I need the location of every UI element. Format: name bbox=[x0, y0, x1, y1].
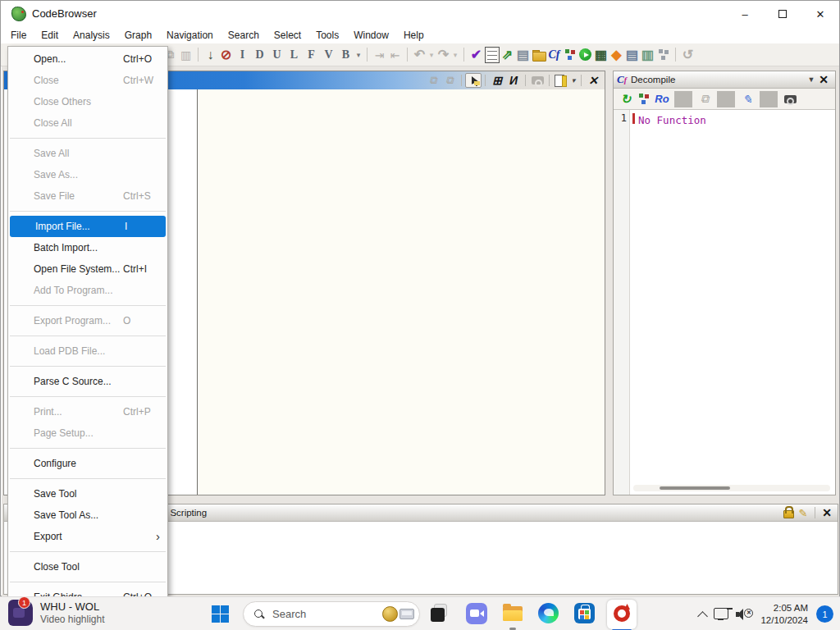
menu-item-save-tool[interactable]: Save Tool bbox=[8, 483, 167, 504]
widgets-button[interactable]: 1 WHU - WOL Video highlight bbox=[8, 600, 105, 626]
data-type-dropdown-icon[interactable]: ▾ bbox=[354, 46, 363, 64]
data-type-d-icon[interactable]: D bbox=[251, 46, 268, 64]
menu-item-parse-c-source[interactable]: Parse C Source... bbox=[8, 371, 167, 392]
close-console-icon[interactable]: ✕ bbox=[819, 505, 835, 520]
refresh-disabled-icon[interactable]: ↺ bbox=[680, 46, 696, 64]
memory-map-icon[interactable]: ▤ bbox=[515, 46, 531, 64]
menubar-tools[interactable]: Tools bbox=[308, 28, 346, 43]
redo-icon[interactable]: ↷ bbox=[436, 46, 451, 64]
clock[interactable]: 2:05 AM 12/10/2024 bbox=[760, 602, 808, 627]
refresh-icon[interactable]: ↻ bbox=[617, 91, 635, 107]
chat-button[interactable] bbox=[466, 603, 488, 625]
menu-item-save-as[interactable]: Save As... bbox=[8, 164, 167, 185]
menubar-analysis[interactable]: Analysis bbox=[66, 28, 117, 43]
clear-console-icon[interactable]: ✎ bbox=[795, 505, 811, 520]
menu-item-import-file[interactable]: Import File... I bbox=[10, 216, 166, 237]
edit-fields-icon[interactable]: ⊞ bbox=[489, 73, 505, 88]
validate-icon[interactable]: ✔ bbox=[468, 46, 484, 64]
data-type-l-icon[interactable]: L bbox=[285, 46, 303, 64]
notification-badge[interactable]: 1 bbox=[816, 605, 833, 623]
menu-item-batch-import[interactable]: Batch Import... bbox=[8, 237, 167, 258]
menu-item-export-program[interactable]: Export Program... O bbox=[8, 310, 167, 331]
disassemble-icon[interactable]: ↓ bbox=[203, 46, 218, 64]
decompile-menu-dropdown-icon[interactable]: ▼ bbox=[807, 72, 815, 87]
network-display-icon[interactable] bbox=[711, 605, 733, 623]
close-button[interactable]: ✕ bbox=[801, 1, 839, 27]
menubar-search[interactable]: Search bbox=[221, 28, 267, 43]
tray-chevron-icon[interactable] bbox=[695, 606, 711, 623]
cursor-location-icon[interactable] bbox=[465, 73, 482, 88]
jump-in-icon[interactable]: ⇥ bbox=[372, 46, 387, 64]
close-decompile-icon[interactable]: ✕ bbox=[815, 72, 832, 87]
graph-icon[interactable] bbox=[635, 91, 653, 107]
data-type-instruction-icon[interactable]: I bbox=[234, 46, 251, 64]
menu-item-export[interactable]: Export bbox=[8, 526, 167, 547]
lock-icon[interactable] bbox=[780, 505, 795, 520]
menubar-select[interactable]: Select bbox=[267, 28, 308, 43]
menu-item-open[interactable]: Open... Ctrl+O bbox=[8, 48, 167, 70]
clear-code-icon[interactable]: ⊘ bbox=[218, 46, 234, 64]
copy-icon[interactable]: ⧉ bbox=[425, 73, 441, 88]
undo-dropdown-icon[interactable]: ▾ bbox=[427, 46, 436, 64]
binary-view-icon[interactable] bbox=[484, 46, 500, 64]
decompile-code-area[interactable]: 1 No Function bbox=[614, 110, 835, 495]
menubar-file[interactable]: File bbox=[3, 28, 34, 43]
data-type-v-icon[interactable]: V bbox=[320, 46, 337, 64]
menubar-edit[interactable]: Edit bbox=[34, 28, 66, 43]
table-chooser-icon[interactable]: ▥ bbox=[640, 46, 655, 64]
menu-item-load-pdb-file[interactable]: Load PDB File... bbox=[8, 340, 167, 362]
listing-code-area[interactable] bbox=[198, 89, 605, 495]
menu-item-close[interactable]: Close Ctrl+W bbox=[8, 70, 167, 91]
menubar-navigation[interactable]: Navigation bbox=[159, 28, 221, 43]
menu-item-close-others[interactable]: Close Others bbox=[8, 91, 167, 112]
menu-item-close-all[interactable]: Close All bbox=[8, 112, 167, 134]
run-script-icon[interactable] bbox=[578, 46, 593, 64]
paste-icon[interactable]: ⧉ bbox=[441, 73, 458, 88]
menubar-graph[interactable]: Graph bbox=[117, 28, 159, 43]
data-type-manager-icon[interactable] bbox=[531, 46, 546, 64]
jump-out-icon[interactable]: ⇤ bbox=[387, 46, 403, 64]
menu-item-configure[interactable]: Configure bbox=[8, 453, 167, 474]
save-as-icon[interactable]: ▥ bbox=[178, 46, 194, 64]
ghidra-taskbar-button[interactable] bbox=[611, 603, 633, 625]
file-explorer-button[interactable] bbox=[502, 603, 524, 625]
bytes-table-icon[interactable]: ▤ bbox=[624, 46, 640, 64]
symbol-tree-icon[interactable] bbox=[655, 46, 671, 64]
listing-options-dropdown-icon[interactable]: ▾ bbox=[569, 73, 578, 88]
menu-item-open-file-system[interactable]: Open File System... Ctrl+I bbox=[8, 258, 167, 280]
copy-icon[interactable]: ⧉ bbox=[696, 91, 714, 107]
redo-dropdown-icon[interactable]: ▾ bbox=[451, 46, 459, 64]
decompile-hscroll-thumb[interactable] bbox=[660, 486, 730, 490]
data-type-u-icon[interactable]: U bbox=[268, 46, 285, 64]
maximize-button[interactable] bbox=[764, 1, 801, 27]
snapshot-icon[interactable] bbox=[781, 91, 799, 107]
menu-item-add-to-program[interactable]: Add To Program... bbox=[8, 280, 167, 301]
close-listing-icon[interactable]: ✕ bbox=[585, 73, 601, 88]
menu-item-close-tool[interactable]: Close Tool bbox=[8, 556, 167, 578]
undo-icon[interactable]: ↶ bbox=[412, 46, 427, 64]
menubar-window[interactable]: Window bbox=[346, 28, 396, 43]
listing-options-icon[interactable] bbox=[553, 73, 569, 88]
menu-item-page-setup[interactable]: Page Setup... bbox=[8, 422, 167, 444]
rename-variable-icon[interactable]: Ro bbox=[653, 91, 671, 107]
export-icon[interactable]: ⇗ bbox=[500, 46, 515, 64]
bookmark-icon[interactable]: ◆ bbox=[609, 46, 624, 64]
data-type-f-icon[interactable]: F bbox=[303, 46, 320, 64]
task-view-button[interactable] bbox=[430, 603, 452, 625]
menubar-help[interactable]: Help bbox=[396, 28, 431, 43]
diff-view-icon[interactable]: И bbox=[505, 73, 522, 88]
function-graph-icon[interactable] bbox=[562, 46, 578, 64]
start-button[interactable] bbox=[212, 605, 229, 623]
memory-icon[interactable]: ▦ bbox=[593, 46, 609, 64]
edit-function-icon[interactable]: ✎ bbox=[738, 91, 756, 107]
menu-item-save-tool-as[interactable]: Save Tool As... bbox=[8, 504, 167, 526]
store-button[interactable] bbox=[574, 603, 596, 625]
minimize-button[interactable]: – bbox=[726, 1, 764, 27]
snapshot-icon[interactable] bbox=[529, 73, 546, 88]
search-box[interactable]: Search bbox=[243, 601, 420, 627]
menu-item-save-all[interactable]: Save All bbox=[8, 143, 167, 164]
decompile-hscrollbar[interactable] bbox=[633, 485, 830, 491]
volume-muted-icon[interactable]: ✕ bbox=[733, 605, 754, 623]
menu-item-save-file[interactable]: Save File Ctrl+S bbox=[8, 185, 167, 207]
edge-button[interactable] bbox=[538, 603, 560, 625]
